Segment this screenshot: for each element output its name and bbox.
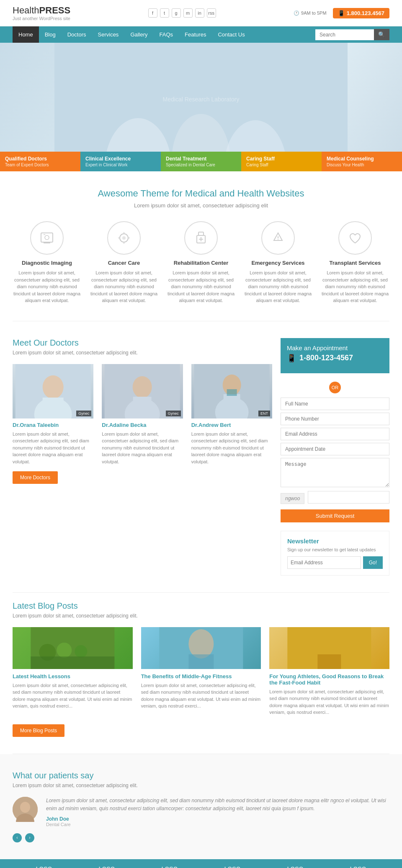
appt-email[interactable] bbox=[281, 428, 389, 440]
svg-point-41 bbox=[188, 629, 214, 659]
emergency-icon bbox=[261, 221, 295, 255]
nav-services[interactable]: Services bbox=[92, 26, 125, 43]
site-logo[interactable]: HealthPRESS bbox=[13, 5, 70, 16]
doctors-grid: Gynec Dr.Orana Taleebin Lorem ipsum dolo… bbox=[13, 364, 272, 465]
linkedin-icon[interactable]: in bbox=[195, 8, 204, 18]
svg-point-11 bbox=[122, 236, 126, 240]
appt-phone: 📱 1-800-123-4567 bbox=[287, 354, 383, 363]
svg-rect-42 bbox=[188, 654, 214, 669]
testimonial-prev[interactable]: ‹ bbox=[13, 833, 22, 842]
nav-gallery[interactable]: Gallery bbox=[124, 26, 153, 43]
google-icon[interactable]: g bbox=[172, 8, 181, 18]
rehab-icon bbox=[184, 221, 218, 255]
service-emergency: Emergency Services Lorem ipsum dolor sit… bbox=[244, 221, 312, 304]
nav-blog[interactable]: Blog bbox=[39, 26, 62, 43]
facebook-icon[interactable]: f bbox=[148, 8, 157, 18]
appt-or-divider: OR bbox=[329, 382, 341, 393]
newsletter-title: Newsletter bbox=[287, 537, 383, 545]
nav-doctors[interactable]: Doctors bbox=[62, 26, 92, 43]
submit-request-btn[interactable]: Submit Request bbox=[281, 509, 389, 522]
service-cancer: Cancer Care Lorem ipsum dolor sit amet, … bbox=[90, 221, 158, 304]
instagram-icon[interactable]: m bbox=[183, 8, 193, 18]
svg-rect-29 bbox=[133, 397, 152, 418]
doctor-img-3: ENT bbox=[191, 364, 272, 418]
captcha-row: ngwoo bbox=[281, 491, 389, 506]
partner-logo-2: LOGO bbox=[99, 865, 115, 868]
service-name-1: Diagnostic Imaging bbox=[13, 260, 81, 266]
doctor-card-1: Gynec Dr.Orana Taleebin Lorem ipsum dolo… bbox=[13, 364, 93, 465]
blog-grid: Latest Health Lessons Lorem ipsum dolor … bbox=[13, 627, 389, 716]
more-blog-btn[interactable]: More Blog Posts bbox=[13, 724, 64, 737]
nav-features[interactable]: Features bbox=[179, 26, 212, 43]
services-section: Awesome Theme for Medical and Health Web… bbox=[0, 171, 402, 321]
search-button[interactable]: 🔍 bbox=[374, 29, 389, 40]
doctor-desc-1: Lorem ipsum dolor sit amet, consectetuer… bbox=[13, 431, 93, 465]
blog-title: Latest Blog Posts bbox=[13, 601, 389, 611]
services-title: Awesome Theme for Medical and Health Web… bbox=[13, 188, 389, 199]
blog-card-3: For Young Athletes, Good Reasons to Brea… bbox=[269, 627, 389, 716]
feature-counseling: Medical Counseling Discuss Your Health bbox=[322, 152, 402, 171]
blog-section: Latest Blog Posts Lorem ipsum dolor sit … bbox=[0, 593, 402, 754]
blog-card-1: Latest Health Lessons Lorem ipsum dolor … bbox=[13, 627, 133, 716]
blog-title-1: Latest Health Lessons bbox=[13, 673, 133, 679]
feature-caring: Caring Staff Caring Staff bbox=[241, 152, 322, 171]
header-right: 🕐 9AM to 5PM 📱 1.800.123.4567 bbox=[294, 8, 389, 18]
twitter-icon[interactable]: t bbox=[160, 8, 169, 18]
appt-fullname[interactable] bbox=[281, 398, 389, 410]
clock-icon: 🕐 bbox=[294, 10, 299, 16]
captcha-input[interactable] bbox=[308, 491, 389, 504]
phone-badge[interactable]: 📱 1.800.123.4567 bbox=[333, 8, 389, 18]
business-hours: 🕐 9AM to 5PM bbox=[294, 10, 327, 16]
doctor-badge-3: ENT bbox=[258, 411, 270, 416]
blog-img-2 bbox=[141, 627, 261, 669]
appt-message[interactable] bbox=[281, 458, 389, 487]
doctor-card-2: Gynec Dr.Adaline Becka Lorem ipsum dolor… bbox=[102, 364, 183, 465]
newsletter-email[interactable] bbox=[287, 556, 361, 569]
doctor-badge-1: Gynec bbox=[76, 411, 91, 416]
appt-title: Make an Appointment bbox=[287, 344, 383, 351]
svg-point-47 bbox=[20, 802, 30, 813]
diagnostic-icon bbox=[30, 221, 64, 255]
doctors-layout: Meet Our Doctors Lorem ipsum dolor sit a… bbox=[13, 338, 389, 576]
newsletter-form: Go! bbox=[287, 556, 383, 569]
nav-home[interactable]: Home bbox=[13, 26, 39, 43]
doctor-badge-2: Gynec bbox=[166, 411, 181, 416]
feature-title-1: Qualified Doctors bbox=[5, 156, 75, 162]
feature-title-2: Clinical Excellence bbox=[85, 156, 156, 162]
main-nav: Home Blog Doctors Services Gallery FAQs … bbox=[0, 26, 402, 43]
partner-logo-6: LOGO bbox=[350, 865, 366, 868]
testimonial-nav: ‹ › bbox=[13, 833, 389, 842]
search-input[interactable] bbox=[315, 29, 374, 40]
blog-img-1 bbox=[13, 627, 133, 669]
top-header: HealthPRESS Just another WordPress site … bbox=[0, 0, 402, 26]
svg-rect-6 bbox=[41, 233, 53, 242]
service-desc-2: Lorem ipsum dolor sit amet, consectetuer… bbox=[90, 269, 158, 304]
more-doctors-btn[interactable]: More Doctors bbox=[13, 471, 58, 484]
blog-desc-3: Lorem ipsum dolor sit amet, consectetuer… bbox=[269, 688, 389, 716]
testimonial-next[interactable]: › bbox=[25, 833, 34, 842]
blog-desc-2: Lorem ipsum dolor sit amet, consectetuer… bbox=[141, 682, 261, 710]
doctor-name-1: Dr.Orana Taleebin bbox=[13, 422, 93, 428]
doctors-content: Meet Our Doctors Lorem ipsum dolor sit a… bbox=[13, 338, 272, 576]
rss-icon[interactable]: rss bbox=[207, 8, 216, 18]
feature-desc-3: Specialized in Dental Care bbox=[166, 163, 236, 167]
feature-bar: Qualified Doctors Team of Expert Doctors… bbox=[0, 152, 402, 171]
testimonial-content: Lorem ipsum dolor sit amet, consectetur … bbox=[13, 797, 389, 827]
newsletter-go-btn[interactable]: Go! bbox=[363, 556, 383, 569]
testimonial-text-area: Lorem ipsum dolor sit amet, consectetur … bbox=[46, 797, 389, 827]
service-name-4: Emergency Services bbox=[244, 260, 312, 266]
nav-faqs[interactable]: FAQs bbox=[154, 26, 179, 43]
testimonials-subtitle: Lorem ipsum dolor sit amet, consectetuer… bbox=[13, 783, 389, 788]
feature-title-4: Caring Staff bbox=[246, 156, 317, 162]
service-desc-3: Lorem ipsum dolor sit amet, consectetuer… bbox=[167, 269, 235, 304]
doctor-name-3: Dr.Andrew Bert bbox=[191, 422, 272, 428]
appt-phone-input[interactable] bbox=[281, 413, 389, 425]
newsletter-box: Newsletter Sign up our newsletter to get… bbox=[281, 531, 389, 576]
blog-desc-1: Lorem ipsum dolor sit amet, consectetuer… bbox=[13, 682, 133, 710]
partner-logo-3: LOGO bbox=[162, 865, 178, 868]
appointment-form: ngwoo Submit Request bbox=[281, 398, 389, 522]
nav-contact[interactable]: Contact Us bbox=[212, 26, 250, 43]
svg-rect-39 bbox=[31, 656, 114, 669]
appt-date[interactable] bbox=[281, 443, 389, 455]
feature-title-5: Medical Counseling bbox=[327, 156, 397, 162]
